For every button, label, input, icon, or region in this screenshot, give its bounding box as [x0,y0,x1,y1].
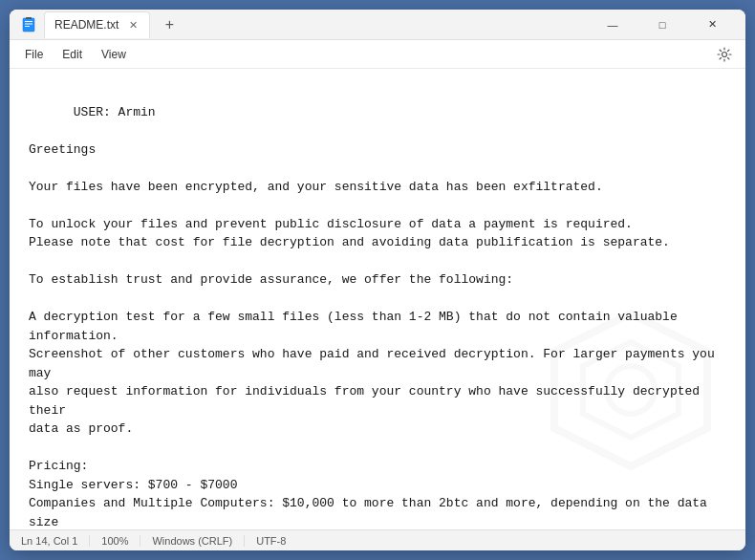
new-tab-button[interactable]: + [158,13,181,36]
zoom-level: 100% [90,535,140,547]
cursor-position: Ln 14, Col 1 [21,535,90,547]
status-bar: Ln 14, Col 1 100% Windows (CRLF) UTF-8 [10,529,745,550]
view-menu[interactable]: View [94,44,134,65]
text-editor-area[interactable]: USER: Armin Greetings Your files have be… [10,69,745,529]
tab-close-button[interactable]: ✕ [126,18,140,32]
title-bar: README.txt ✕ + — □ ✕ [10,10,745,40]
window-controls: — □ ✕ [591,10,734,40]
title-bar-left: README.txt ✕ + [21,11,591,38]
text-content: USER: Armin Greetings Your files have be… [29,84,726,529]
file-menu[interactable]: File [17,44,51,65]
svg-rect-0 [23,18,34,32]
maximize-button[interactable]: □ [640,10,684,40]
menu-bar: File Edit View [10,40,745,69]
svg-rect-1 [25,21,32,22]
notepad-icon [21,17,36,32]
gear-icon [717,47,732,62]
edit-menu[interactable]: Edit [54,44,90,65]
readme-text: USER: Armin Greetings Your files have be… [29,105,723,530]
settings-button[interactable] [711,41,738,68]
svg-point-5 [723,52,727,56]
active-tab[interactable]: README.txt ✕ [44,11,150,38]
close-button[interactable]: ✕ [690,10,734,40]
svg-rect-2 [25,23,32,24]
minimize-button[interactable]: — [591,10,635,40]
main-window: README.txt ✕ + — □ ✕ File Edit View [10,10,745,550]
tab-label: README.txt [54,18,119,32]
encoding: UTF-8 [245,535,297,547]
line-ending: Windows (CRLF) [140,535,245,547]
svg-rect-3 [25,26,30,27]
svg-rect-4 [26,17,32,19]
